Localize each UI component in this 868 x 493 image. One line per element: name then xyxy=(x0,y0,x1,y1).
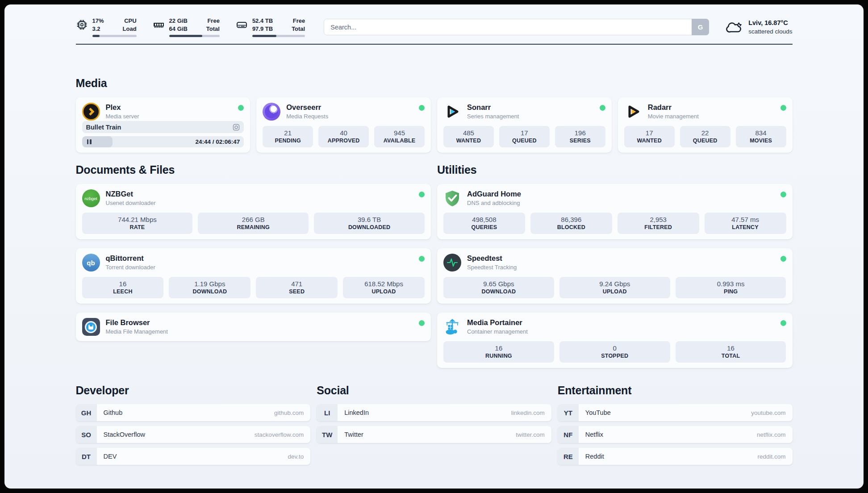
now-playing-title: Bullet Train xyxy=(86,124,233,131)
bookmark-youtube[interactable]: YT YouTube youtube.com xyxy=(558,404,793,421)
stat-available: 945 AVAILABLE xyxy=(374,126,425,147)
bookmark-github[interactable]: GH Github github.com xyxy=(76,404,311,421)
service-name: Speedtest xyxy=(467,254,517,263)
service-name: Sonarr xyxy=(467,103,519,112)
bookmark-abbr: SO xyxy=(76,426,97,443)
dashboard-page: 17% 3.2 CPU Load xyxy=(4,4,864,489)
search-input[interactable] xyxy=(324,19,709,35)
playback-time: 24:44 / 02:06:47 xyxy=(195,138,240,145)
service-description: DNS and adblocking xyxy=(467,200,521,206)
documents-column: Documents & Files nzbget NZBGet Usenet d… xyxy=(76,163,431,341)
stat-series: 196 SERIES xyxy=(555,126,605,147)
pause-button[interactable] xyxy=(86,138,92,145)
service-card-adguard[interactable]: AdGuard Home DNS and adblocking 498,508 … xyxy=(437,184,793,239)
bookmark-name: Twitter xyxy=(344,431,363,438)
bookmark-url: dev.to xyxy=(288,453,310,460)
stat-download: 9.65 Gbps DOWNLOAD xyxy=(443,277,554,298)
service-name: File Browser xyxy=(106,318,168,327)
bookmark-dev[interactable]: DT DEV dev.to xyxy=(76,448,311,465)
bookmark-url: github.com xyxy=(274,409,310,416)
cpu-values: 17% 3.2 xyxy=(92,17,104,33)
service-card-qbittorrent[interactable]: qb qBittorrent Torrent downloader 16 LEE… xyxy=(76,248,431,304)
search-bar: G xyxy=(324,19,709,35)
cpu-icon xyxy=(76,19,88,31)
stat-blocked: 86,396 BLOCKED xyxy=(530,213,612,234)
section-title-social: Social xyxy=(317,384,551,397)
bookmark-url: reddit.com xyxy=(757,453,792,460)
bookmark-url: stackoverflow.com xyxy=(255,431,310,438)
cpu-labels: CPU Load xyxy=(123,17,137,33)
bookmark-twitter[interactable]: TW Twitter twitter.com xyxy=(317,426,551,443)
stat-upload: 9.24 Gbps UPLOAD xyxy=(559,277,670,298)
bookmark-url: netflix.com xyxy=(757,431,793,438)
speedtest-icon xyxy=(443,254,461,272)
disk-widget: 52.4 TB 97.9 TB Free Total xyxy=(236,17,305,37)
disk-icon xyxy=(236,19,248,31)
topbar: 17% 3.2 CPU Load xyxy=(76,17,793,37)
service-name: Overseerr xyxy=(286,103,328,112)
section-title-media: Media xyxy=(76,77,793,90)
service-description: Media Requests xyxy=(286,113,328,120)
stat-upload: 618.52 Mbps UPLOAD xyxy=(343,277,425,298)
service-name: NZBGet xyxy=(106,189,156,199)
service-name: Radarr xyxy=(648,103,699,112)
service-card-portainer[interactable]: Media Portainer Container management 16 … xyxy=(437,313,793,368)
stat-queries: 498,508 QUERIES xyxy=(443,213,525,234)
stat-approved: 40 APPROVED xyxy=(318,126,369,147)
bookmark-linkedin[interactable]: LI LinkedIn linkedin.com xyxy=(317,404,551,421)
bookmark-abbr: RE xyxy=(558,448,579,465)
service-card-speedtest[interactable]: Speedtest Speedtest Tracking 9.65 Gbps D… xyxy=(437,248,793,304)
nzbget-icon: nzbget xyxy=(82,189,100,207)
memory-icon xyxy=(153,19,165,31)
service-card-radarr[interactable]: Radarr Movie management 17 WANTED 22 QUE… xyxy=(618,97,793,153)
memory-labels: Free Total xyxy=(206,17,220,33)
service-name: AdGuard Home xyxy=(467,189,521,199)
service-card-plex[interactable]: Plex Media server Bullet Train 24:44 / 0… xyxy=(76,97,250,153)
status-dot xyxy=(780,192,786,197)
section-title-utilities: Utilities xyxy=(437,163,793,176)
utilities-column: Utilities xyxy=(437,163,793,368)
stat-stopped: 0 STOPPED xyxy=(559,341,670,363)
service-card-overseerr[interactable]: Overseerr Media Requests 21 PENDING 40 A… xyxy=(256,97,431,153)
status-dot xyxy=(419,105,425,111)
bookmark-reddit[interactable]: RE Reddit reddit.com xyxy=(558,448,793,465)
service-name: Media Portainer xyxy=(467,318,528,327)
service-description: Movie management xyxy=(648,113,699,120)
service-description: Torrent downloader xyxy=(106,264,155,271)
plex-icon xyxy=(82,103,100,121)
service-description: Speedtest Tracking xyxy=(467,264,517,271)
stat-pending: 21 PENDING xyxy=(263,126,313,147)
service-card-filebrowser[interactable]: File Browser Media File Management xyxy=(76,313,431,341)
status-dot xyxy=(419,256,425,262)
service-card-nzbget[interactable]: nzbget NZBGet Usenet downloader 744.21 M… xyxy=(76,184,431,239)
stat-downloaded: 39.6 TB DOWNLOADED xyxy=(314,213,425,234)
media-grid: Plex Media server Bullet Train 24:44 / 0… xyxy=(76,97,793,153)
bookmark-stackoverflow[interactable]: SO StackOverflow stackoverflow.com xyxy=(76,426,311,443)
overseerr-icon xyxy=(263,103,280,121)
memory-widget: 22 GiB 64 GiB Free Total xyxy=(153,17,220,37)
stat-queued: 17 QUEUED xyxy=(499,126,550,147)
service-card-sonarr[interactable]: Sonarr Series management 485 WANTED 17 Q… xyxy=(437,97,612,153)
radarr-icon xyxy=(624,103,642,121)
playback-controls: 24:44 / 02:06:47 xyxy=(82,136,244,147)
stat-total: 16 TOTAL xyxy=(676,341,786,363)
bookmark-abbr: YT xyxy=(558,404,579,421)
section-title-entertainment: Entertainment xyxy=(558,384,793,397)
stat-rate: 744.21 Mbps RATE xyxy=(82,213,193,234)
disk-labels: Free Total xyxy=(292,17,305,33)
bookmark-name: YouTube xyxy=(585,409,611,416)
service-description: Media File Management xyxy=(106,328,168,335)
bookmark-netflix[interactable]: NF Netflix netflix.com xyxy=(558,426,793,443)
now-playing-bar: Bullet Train xyxy=(82,121,244,133)
stat-movies: 834 MOVIES xyxy=(736,126,786,147)
search-provider-button[interactable]: G xyxy=(692,19,709,35)
cpu-widget: 17% 3.2 CPU Load xyxy=(76,17,137,37)
portainer-icon xyxy=(443,318,461,336)
cpu-progress-bar xyxy=(92,35,137,37)
service-description: Media server xyxy=(106,113,139,120)
bookmark-abbr: LI xyxy=(317,404,338,421)
bookmark-name: Reddit xyxy=(585,453,604,460)
disk-progress-bar xyxy=(252,35,305,37)
service-name: qBittorrent xyxy=(106,254,155,263)
stat-filtered: 2,953 FILTERED xyxy=(618,213,699,234)
